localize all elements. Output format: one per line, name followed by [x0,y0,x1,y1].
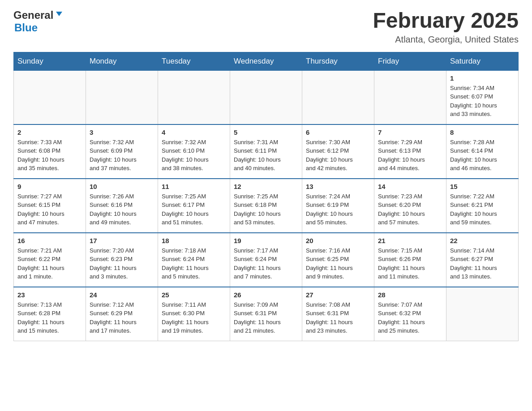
week-row-4: 16Sunrise: 7:21 AM Sunset: 6:22 PM Dayli… [14,233,519,287]
calendar-cell: 17Sunrise: 7:20 AM Sunset: 6:23 PM Dayli… [86,233,158,287]
day-number: 10 [90,183,154,190]
day-number: 3 [90,128,154,136]
logo: General Blue [13,9,63,34]
day-number: 13 [306,183,370,190]
day-info: Sunrise: 7:13 AM Sunset: 6:28 PM Dayligh… [17,300,82,335]
day-number: 1 [450,74,515,82]
calendar-cell: 26Sunrise: 7:09 AM Sunset: 6:31 PM Dayli… [230,287,302,341]
day-number: 27 [306,291,370,299]
day-number: 26 [234,291,298,299]
calendar-cell: 21Sunrise: 7:15 AM Sunset: 6:26 PM Dayli… [374,233,446,287]
day-number: 4 [162,128,226,136]
weekday-header-friday: Friday [374,52,446,70]
month-title: February 2025 [373,9,519,33]
calendar-cell: 28Sunrise: 7:07 AM Sunset: 6:32 PM Dayli… [374,287,446,341]
week-row-5: 23Sunrise: 7:13 AM Sunset: 6:28 PM Dayli… [14,287,519,341]
calendar-cell: 1Sunrise: 7:34 AM Sunset: 6:07 PM Daylig… [446,70,519,124]
calendar-cell: 11Sunrise: 7:25 AM Sunset: 6:17 PM Dayli… [158,179,230,233]
week-row-2: 2Sunrise: 7:33 AM Sunset: 6:08 PM Daylig… [14,124,519,179]
calendar-cell: 8Sunrise: 7:28 AM Sunset: 6:14 PM Daylig… [446,124,519,179]
weekday-header-saturday: Saturday [446,52,519,70]
day-info: Sunrise: 7:18 AM Sunset: 6:24 PM Dayligh… [162,246,226,281]
calendar-cell: 2Sunrise: 7:33 AM Sunset: 6:08 PM Daylig… [14,124,86,179]
day-number: 15 [450,183,515,190]
calendar-cell: 23Sunrise: 7:13 AM Sunset: 6:28 PM Dayli… [14,287,86,341]
calendar-cell: 6Sunrise: 7:30 AM Sunset: 6:12 PM Daylig… [302,124,374,179]
day-number: 12 [234,183,298,190]
calendar-cell: 3Sunrise: 7:32 AM Sunset: 6:09 PM Daylig… [86,124,158,179]
day-info: Sunrise: 7:09 AM Sunset: 6:31 PM Dayligh… [234,300,298,335]
weekday-header-sunday: Sunday [14,52,86,70]
day-info: Sunrise: 7:15 AM Sunset: 6:26 PM Dayligh… [378,246,442,281]
day-info: Sunrise: 7:32 AM Sunset: 6:10 PM Dayligh… [162,138,226,173]
calendar-cell: 4Sunrise: 7:32 AM Sunset: 6:10 PM Daylig… [158,124,230,179]
day-number: 8 [450,128,515,136]
logo-general-text: General [13,9,53,21]
calendar-cell [446,287,519,341]
week-row-3: 9Sunrise: 7:27 AM Sunset: 6:15 PM Daylig… [14,179,519,233]
calendar-cell: 5Sunrise: 7:31 AM Sunset: 6:11 PM Daylig… [230,124,302,179]
day-number: 18 [162,237,226,244]
day-info: Sunrise: 7:12 AM Sunset: 6:29 PM Dayligh… [90,300,154,335]
calendar-cell: 25Sunrise: 7:11 AM Sunset: 6:30 PM Dayli… [158,287,230,341]
calendar-cell [230,70,302,124]
day-number: 9 [17,183,82,190]
day-info: Sunrise: 7:34 AM Sunset: 6:07 PM Dayligh… [450,84,515,119]
day-number: 23 [17,291,82,299]
calendar-cell: 16Sunrise: 7:21 AM Sunset: 6:22 PM Dayli… [14,233,86,287]
calendar-cell: 24Sunrise: 7:12 AM Sunset: 6:29 PM Dayli… [86,287,158,341]
day-info: Sunrise: 7:11 AM Sunset: 6:30 PM Dayligh… [162,300,226,335]
day-info: Sunrise: 7:08 AM Sunset: 6:31 PM Dayligh… [306,300,370,335]
day-info: Sunrise: 7:20 AM Sunset: 6:23 PM Dayligh… [90,246,154,281]
day-info: Sunrise: 7:28 AM Sunset: 6:14 PM Dayligh… [450,138,515,173]
day-number: 7 [378,128,442,136]
day-number: 6 [306,128,370,136]
day-number: 28 [378,291,442,299]
day-info: Sunrise: 7:16 AM Sunset: 6:25 PM Dayligh… [306,246,370,281]
day-info: Sunrise: 7:07 AM Sunset: 6:32 PM Dayligh… [378,300,442,335]
svg-marker-0 [56,12,62,16]
day-number: 25 [162,291,226,299]
day-number: 20 [306,237,370,244]
calendar-cell: 22Sunrise: 7:14 AM Sunset: 6:27 PM Dayli… [446,233,519,287]
logo-triangle-icon [55,10,63,20]
calendar-cell [86,70,158,124]
week-row-1: 1Sunrise: 7:34 AM Sunset: 6:07 PM Daylig… [14,70,519,124]
calendar-cell: 27Sunrise: 7:08 AM Sunset: 6:31 PM Dayli… [302,287,374,341]
calendar-cell [302,70,374,124]
calendar-cell [14,70,86,124]
day-info: Sunrise: 7:29 AM Sunset: 6:13 PM Dayligh… [378,138,442,173]
day-info: Sunrise: 7:33 AM Sunset: 6:08 PM Dayligh… [17,138,82,173]
day-info: Sunrise: 7:25 AM Sunset: 6:17 PM Dayligh… [162,192,226,227]
day-info: Sunrise: 7:25 AM Sunset: 6:18 PM Dayligh… [234,192,298,227]
calendar-cell: 18Sunrise: 7:18 AM Sunset: 6:24 PM Dayli… [158,233,230,287]
day-info: Sunrise: 7:32 AM Sunset: 6:09 PM Dayligh… [90,138,154,173]
day-number: 2 [17,128,82,136]
day-info: Sunrise: 7:26 AM Sunset: 6:16 PM Dayligh… [90,192,154,227]
calendar-cell: 14Sunrise: 7:23 AM Sunset: 6:20 PM Dayli… [374,179,446,233]
day-number: 5 [234,128,298,136]
day-number: 11 [162,183,226,190]
day-info: Sunrise: 7:23 AM Sunset: 6:20 PM Dayligh… [378,192,442,227]
day-info: Sunrise: 7:30 AM Sunset: 6:12 PM Dayligh… [306,138,370,173]
calendar-cell: 10Sunrise: 7:26 AM Sunset: 6:16 PM Dayli… [86,179,158,233]
day-info: Sunrise: 7:24 AM Sunset: 6:19 PM Dayligh… [306,192,370,227]
day-number: 21 [378,237,442,244]
logo-blue-text: Blue [14,21,38,34]
title-area: February 2025 Atlanta, Georgia, United S… [373,9,519,45]
day-info: Sunrise: 7:21 AM Sunset: 6:22 PM Dayligh… [17,246,82,281]
weekday-header-row: SundayMondayTuesdayWednesdayThursdayFrid… [14,52,519,70]
day-number: 17 [90,237,154,244]
weekday-header-tuesday: Tuesday [158,52,230,70]
day-info: Sunrise: 7:31 AM Sunset: 6:11 PM Dayligh… [234,138,298,173]
day-info: Sunrise: 7:22 AM Sunset: 6:21 PM Dayligh… [450,192,515,227]
day-number: 14 [378,183,442,190]
weekday-header-thursday: Thursday [302,52,374,70]
calendar-cell: 13Sunrise: 7:24 AM Sunset: 6:19 PM Dayli… [302,179,374,233]
day-info: Sunrise: 7:17 AM Sunset: 6:24 PM Dayligh… [234,246,298,281]
calendar-cell: 19Sunrise: 7:17 AM Sunset: 6:24 PM Dayli… [230,233,302,287]
day-info: Sunrise: 7:27 AM Sunset: 6:15 PM Dayligh… [17,192,82,227]
day-number: 19 [234,237,298,244]
calendar-cell: 9Sunrise: 7:27 AM Sunset: 6:15 PM Daylig… [14,179,86,233]
day-number: 22 [450,237,515,244]
